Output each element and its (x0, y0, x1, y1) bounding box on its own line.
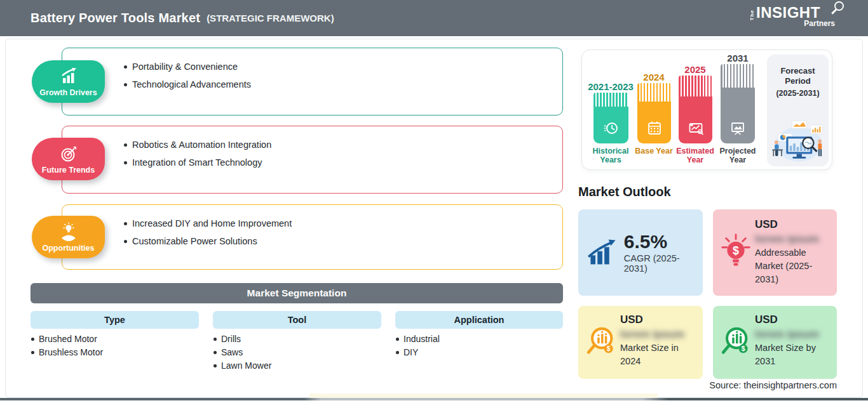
cagr-card: 6.5% CAGR (2025-2031) (578, 209, 703, 296)
bottom-cream-strip (309, 393, 658, 398)
timeline-year: 2021-2023 (582, 81, 639, 92)
magnifier-chart-dollar-icon: $ (718, 325, 754, 360)
card-label: Addressable Market (2025-2031) (755, 246, 831, 286)
badge-label: Growth Drivers (39, 88, 97, 97)
segment-header-tool: Tool (213, 311, 381, 329)
magnifier-icon (834, 1, 844, 11)
market-size-2031-card: $ USD lorem ipsum Market Size by 2031 (713, 306, 837, 379)
blurred-value: lorem ipsum (755, 328, 819, 341)
list-item: Drills (213, 333, 271, 346)
list-item: Customizable Power Solutions (123, 232, 550, 250)
header-bar: Battery Power Tools Market (STRATEGIC FR… (0, 0, 868, 36)
segment-header-type: Type (31, 311, 199, 329)
forecast-period-panel: Forecast Period (2025-2031) (767, 55, 829, 166)
segment-header-application: Application (395, 311, 563, 329)
badge-label: Opportunities (43, 244, 95, 253)
timeline-year: 2031 (709, 53, 766, 63)
blurred-value: lorem ipsum (620, 328, 684, 341)
tool-list: Drills Saws Lawn Mower (213, 333, 271, 373)
svg-text:$: $ (607, 345, 611, 352)
list-item: Robotics & Automation Integration (123, 136, 550, 154)
base-year-bar (637, 83, 671, 143)
market-segmentation-bar: Market Segmentation (31, 283, 563, 303)
list-item: Increased DIY and Home Improvement (123, 215, 550, 232)
bulb-dollar-icon: $ (719, 233, 752, 272)
market-outlook-heading: Market Outlook (578, 185, 671, 199)
list-item: Brushless Motor (31, 346, 103, 359)
estimated-year-bar (679, 76, 712, 143)
svg-text:$: $ (733, 244, 739, 257)
forecast-range: (2025-2031) (767, 89, 829, 98)
timeline-caption: Estimated Year (672, 147, 719, 164)
type-list: Brushed Motor Brushless Motor (31, 333, 103, 359)
projection-screen-icon (729, 119, 747, 137)
list-item: Lawn Mower (213, 359, 271, 373)
card-label: Market Size by 2031 (755, 341, 831, 368)
timeline-card: 2021-2023 2024 2025 2031 (581, 50, 832, 170)
badge-label: Future Trends (42, 166, 95, 175)
bottom-divider (0, 398, 868, 400)
market-size-2024-card: $ USD lorem ipsum Market Size in 2024 (578, 306, 703, 379)
estimate-monitor-icon (687, 119, 705, 137)
timeline-caption: Base Year (630, 147, 677, 155)
currency-label: USD (755, 218, 831, 231)
calendar-icon (646, 119, 663, 137)
timeline-caption: Historical Years (587, 147, 634, 164)
page-subtitle: (STRATEGIC FRAMEWORK) (207, 13, 334, 23)
opportunities-badge: Opportunities (32, 216, 105, 258)
timeline-caption: Projected Year (714, 147, 761, 164)
source-text: Source: theinsightpartners.com (709, 380, 837, 390)
list-item: Brushed Motor (31, 333, 103, 346)
clock-icon (602, 119, 620, 137)
timeline-year: 2025 (667, 64, 724, 75)
list-item: Technological Advancements (123, 76, 550, 93)
application-list: Industrial DIY (395, 333, 440, 359)
target-dart-icon (58, 143, 79, 165)
list-item: Saws (213, 346, 271, 359)
projected-year-bar (721, 64, 755, 143)
currency-label: USD (755, 314, 831, 326)
cagr-value: 6.5% (624, 232, 703, 252)
list-item: DIY (395, 346, 440, 359)
magnifier-chart-dollar-icon: $ (583, 325, 619, 360)
logo-insight-text: INSIGHT (756, 5, 820, 20)
page-title: Battery Power Tools Market (31, 11, 200, 25)
svg-text:$: $ (742, 345, 745, 352)
addressable-market-card: $ USD lorem ipsum Addressable Market (20… (713, 209, 837, 296)
blurred-value: lorem ipsum (755, 233, 819, 246)
growth-drivers-badge: Growth Drivers (32, 60, 105, 103)
list-item: Portability & Convenience (123, 58, 550, 76)
analytics-illustration (769, 118, 827, 164)
bulb-hand-icon (58, 221, 79, 243)
growth-bars-arrow-icon (587, 237, 618, 268)
forecast-title: Forecast Period (778, 66, 818, 86)
growth-drivers-box: Portability & Convenience Technological … (62, 48, 563, 116)
insight-partners-logo: The INSIGHT Partners (750, 5, 839, 28)
cagr-label: CAGR (2025-2031) (624, 253, 703, 274)
logo-the-text: The (750, 10, 755, 20)
future-trends-badge: Future Trends (32, 138, 105, 180)
currency-label: USD (620, 314, 696, 326)
growth-chart-icon (58, 66, 79, 88)
list-item: Industrial (395, 333, 440, 346)
historical-years-bar (593, 93, 628, 143)
opportunities-box: Increased DIY and Home Improvement Custo… (62, 204, 563, 270)
future-trends-box: Robotics & Automation Integration Integr… (62, 126, 563, 194)
card-label: Market Size in 2024 (620, 341, 696, 368)
list-item: Integration of Smart Technology (123, 154, 550, 171)
